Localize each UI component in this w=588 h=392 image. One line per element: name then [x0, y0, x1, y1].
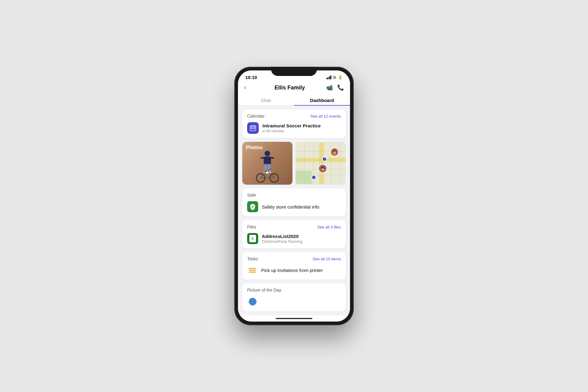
task-item[interactable]: Pick up invitations from printer	[247, 265, 341, 275]
phone-frame: 10:10 ⊜ 🔋 ‹ Ellis Family 📹 📞	[234, 67, 354, 325]
status-icons: ⊜ 🔋	[326, 75, 343, 80]
files-see-all-button[interactable]: See all 3 files	[317, 225, 341, 229]
safe-description: Safely store confidential info	[262, 204, 319, 209]
files-card: Files See all 3 files X AddressList2020 …	[242, 220, 346, 248]
tasks-card: Tasks See all 10 items Pick up invitatio…	[242, 252, 346, 280]
files-card-header: Files See all 3 files	[247, 224, 341, 229]
svg-rect-33	[319, 142, 324, 184]
header: ‹ Ellis Family 📹 📞	[238, 81, 350, 95]
back-button[interactable]: ‹	[244, 84, 253, 92]
tab-dashboard[interactable]: Dashboard	[294, 95, 350, 105]
svg-rect-3	[253, 128, 254, 129]
svg-rect-4	[254, 128, 255, 129]
photos-tile[interactable]: Photos	[242, 142, 292, 185]
svg-point-7	[265, 151, 270, 156]
notch	[271, 67, 317, 76]
calendar-event-title: Intramural Soccer Practice	[262, 123, 321, 128]
battery-icon: 🔋	[338, 75, 343, 80]
potd-card-header: Picture of the Day	[247, 288, 341, 292]
svg-point-39	[322, 157, 327, 161]
wifi-icon: ⊜	[333, 75, 336, 80]
tasks-card-header: Tasks See all 10 items	[247, 256, 341, 261]
svg-rect-2	[251, 128, 252, 129]
svg-point-40	[312, 175, 316, 180]
tab-chat[interactable]: Chat	[238, 95, 294, 105]
safe-card-header: Safe	[247, 193, 341, 198]
calendar-event-time: in 50 minutes	[262, 129, 321, 133]
video-call-icon[interactable]: 📹	[326, 84, 333, 91]
calendar-item[interactable]: Intramural Soccer Practice in 50 minutes	[247, 122, 341, 134]
globe-icon	[247, 296, 258, 307]
svg-text:👩: 👩	[332, 149, 337, 155]
safe-item[interactable]: Safely store confidential info	[247, 201, 341, 212]
home-bar	[276, 318, 312, 319]
files-section-title: Files	[247, 224, 256, 229]
phone-screen: 10:10 ⊜ 🔋 ‹ Ellis Family 📹 📞	[238, 70, 350, 322]
calendar-see-all-button[interactable]: See all 12 events	[310, 114, 341, 119]
file-details: AddressList2020 OneDrive\Party Planning	[262, 234, 302, 244]
header-actions: 📹 📞	[326, 84, 344, 91]
excel-icon: X	[247, 233, 258, 244]
phone-call-icon[interactable]: 📞	[337, 84, 344, 91]
safe-section-title: Safe	[247, 193, 256, 198]
svg-rect-9	[261, 157, 264, 159]
picture-of-day-card: Picture of the Day	[242, 283, 346, 311]
svg-rect-34	[296, 171, 312, 184]
shield-icon	[247, 201, 258, 212]
potd-item	[247, 296, 341, 307]
svg-point-21	[266, 169, 269, 171]
safe-card: Safe Safely store confidential info	[242, 188, 346, 217]
svg-rect-10	[270, 157, 274, 159]
calendar-section-title: Calendar	[247, 114, 265, 119]
task-icon	[247, 265, 258, 275]
map-tile[interactable]: 👩 👧	[296, 142, 346, 185]
svg-rect-8	[264, 156, 271, 165]
calendar-card-header: Calendar See all 12 events	[247, 114, 341, 119]
signal-icon	[326, 75, 332, 79]
map-svg: 👩 👧	[296, 142, 346, 185]
media-row: Photos	[242, 142, 346, 185]
home-indicator	[238, 315, 350, 322]
tab-bar: Chat Dashboard	[238, 95, 350, 106]
potd-section-title: Picture of the Day	[247, 288, 281, 292]
tasks-see-all-button[interactable]: See all 10 items	[313, 257, 341, 261]
file-item[interactable]: X AddressList2020 OneDrive\Party Plannin…	[247, 233, 341, 244]
calendar-event-details: Intramural Soccer Practice in 50 minutes	[262, 123, 321, 133]
tasks-section-title: Tasks	[247, 256, 258, 261]
header-title: Ellis Family	[253, 85, 326, 91]
status-time: 10:10	[245, 75, 257, 80]
calendar-icon	[247, 122, 259, 134]
calendar-card: Calendar See all 12 events	[242, 109, 346, 138]
task-label: Pick up invitations from printer	[261, 268, 323, 273]
svg-text:👧: 👧	[320, 166, 325, 171]
file-name: AddressList2020	[262, 234, 302, 239]
bike-illustration	[252, 145, 283, 185]
file-path: OneDrive\Party Planning	[262, 239, 302, 244]
dashboard-content: Calendar See all 12 events	[238, 106, 350, 315]
